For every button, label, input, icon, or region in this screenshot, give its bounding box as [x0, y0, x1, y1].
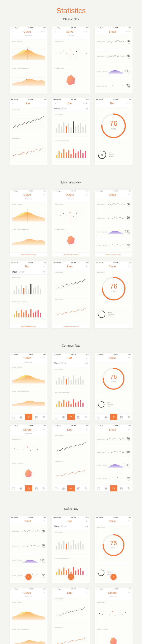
search-icon[interactable]: ⚲ [43, 428, 45, 431]
page-title: Statistics [0, 0, 142, 15]
search-icon[interactable]: ⚲ [128, 30, 130, 33]
svg-point-217 [59, 475, 59, 475]
svg-rect-63 [75, 126, 76, 133]
tab-active[interactable]: ✧ [25, 414, 32, 420]
search-icon[interactable]: ⚲ [85, 592, 88, 594]
svg-rect-251 [68, 568, 69, 575]
search-icon[interactable]: ⚲ [43, 30, 45, 33]
svg-point-44 [39, 120, 40, 120]
svg-point-271 [99, 613, 100, 614]
share-icon[interactable]: ↗ [83, 30, 85, 33]
tab-user[interactable]: ◉ [17, 414, 25, 420]
svg-point-206 [27, 446, 28, 448]
svg-point-45 [44, 116, 44, 116]
svg-point-218 [66, 474, 66, 474]
svg-rect-241 [75, 544, 76, 550]
menu-icon[interactable]: ≡ [97, 30, 100, 33]
menu-icon[interactable]: ≡ [12, 30, 14, 33]
search-icon[interactable]: ⚲ [43, 102, 45, 105]
fab[interactable]: ✧ [68, 574, 74, 580]
tabs[interactable]: WeekMonthAll [10, 269, 48, 274]
svg-point-269 [80, 608, 80, 609]
search-icon[interactable]: ⚲ [43, 592, 45, 594]
search-icon[interactable]: ⚲ [85, 520, 88, 522]
search-icon[interactable]: ⚲ [85, 194, 88, 196]
m-others: ••••• ssGlyph4:21 PM22% Others⚲ This wee… [52, 190, 90, 256]
tab-camera[interactable]: ◩ [32, 414, 40, 420]
small-row-line[interactable]: LINE CHARTS76Total [96, 35, 131, 48]
svg-point-19 [73, 54, 73, 54]
screen-bar: ••••• ssGlyph4:21 PM22% ≡Bar↗⚲ WeekMonth… [52, 98, 90, 165]
svg-rect-246 [56, 572, 57, 575]
subtitle: This week [10, 34, 48, 38]
svg-rect-255 [78, 569, 78, 575]
search-icon[interactable]: ⚲ [43, 265, 45, 268]
svg-rect-185 [70, 404, 72, 407]
tabs[interactable]: WeekMonthAll [52, 106, 90, 111]
svg-rect-244 [82, 544, 83, 550]
fab[interactable]: ✧ [110, 574, 116, 580]
menu-icon[interactable]: ≡ [54, 30, 57, 33]
footer-msg[interactable]: Place message text string [10, 324, 48, 328]
share-icon[interactable]: ↗ [40, 102, 43, 105]
svg-point-40 [22, 125, 22, 126]
svg-point-15 [60, 53, 60, 54]
svg-point-264 [58, 614, 58, 615]
grid-classic: ••••• ssGlyph4:21 PM22% ≡Curve↗⚲ This we… [0, 26, 142, 178]
edit-icon[interactable]: ✧ [95, 324, 132, 328]
svg-point-20 [76, 51, 76, 52]
svg-point-279 [125, 612, 126, 613]
search-icon[interactable]: ⚲ [128, 102, 130, 105]
search-icon[interactable]: ⚲ [128, 357, 130, 359]
search-icon[interactable]: ⚲ [128, 265, 130, 268]
menu-icon[interactable]: ≡ [12, 102, 14, 105]
search-icon[interactable]: ⚲ [85, 357, 88, 359]
share-icon[interactable]: ↗ [125, 30, 128, 33]
svg-point-212 [66, 447, 67, 447]
search-icon[interactable]: ⚲ [128, 194, 130, 196]
search-icon[interactable]: ⚲ [128, 520, 130, 522]
footer-msg[interactable]: Place message text string [95, 252, 132, 256]
footer-msg[interactable]: Place message text string [52, 252, 90, 256]
svg-point-268 [75, 610, 76, 610]
footer-msg[interactable]: Place message text string [10, 252, 48, 256]
search-icon[interactable]: ⚲ [43, 357, 45, 359]
search-icon[interactable]: ⚲ [85, 102, 88, 105]
svg-rect-75 [68, 150, 69, 158]
svg-point-42 [30, 122, 31, 123]
share-icon[interactable]: ↗ [40, 30, 43, 33]
svg-rect-125 [28, 290, 29, 294]
svg-point-53 [32, 152, 33, 152]
search-icon[interactable]: ⚲ [128, 428, 130, 431]
c-bar: ••••• ssGlyph4:21 PM22% Bar⚲ WeekMonthAl… [52, 353, 90, 420]
svg-rect-189 [80, 400, 81, 406]
tab-home[interactable]: ▢ [10, 414, 17, 420]
svg-rect-56 [58, 124, 60, 133]
svg-point-113 [110, 246, 110, 246]
svg-point-102 [66, 216, 67, 216]
search-icon[interactable]: ⚲ [85, 428, 88, 431]
tab-refresh[interactable]: ↻ [40, 414, 48, 420]
search-icon[interactable]: ⚲ [128, 592, 130, 594]
svg-rect-175 [78, 378, 78, 384]
svg-rect-186 [73, 399, 74, 406]
search-icon[interactable]: ⚲ [85, 265, 88, 268]
small-row-curve2[interactable]: CURVE CHARTS72Total [96, 80, 131, 93]
small-row-curve[interactable]: CURVE CHARTS311Total [96, 65, 131, 78]
fab[interactable]: ✧ [26, 574, 32, 580]
svg-point-54 [39, 150, 40, 150]
footer-msg[interactable]: Place message text string [52, 324, 90, 328]
search-icon[interactable]: ⚲ [85, 30, 88, 33]
m-curve: ••••• ssGlyph4:21 PM22% Curve⚲ This week… [10, 190, 48, 256]
share-icon[interactable]: ↗ [125, 102, 128, 105]
svg-rect-76 [70, 154, 72, 158]
search-icon[interactable]: ⚲ [43, 520, 45, 522]
menu-icon[interactable]: ≡ [97, 102, 100, 105]
svg-rect-138 [26, 310, 26, 317]
svg-point-159 [85, 308, 85, 308]
search-icon[interactable]: ⚲ [43, 194, 45, 196]
share-icon[interactable]: ↗ [83, 102, 85, 105]
small-row-line2[interactable]: LINE CHARTS56Type [96, 50, 131, 63]
svg-point-34 [122, 85, 123, 86]
menu-icon[interactable]: ≡ [54, 102, 57, 105]
